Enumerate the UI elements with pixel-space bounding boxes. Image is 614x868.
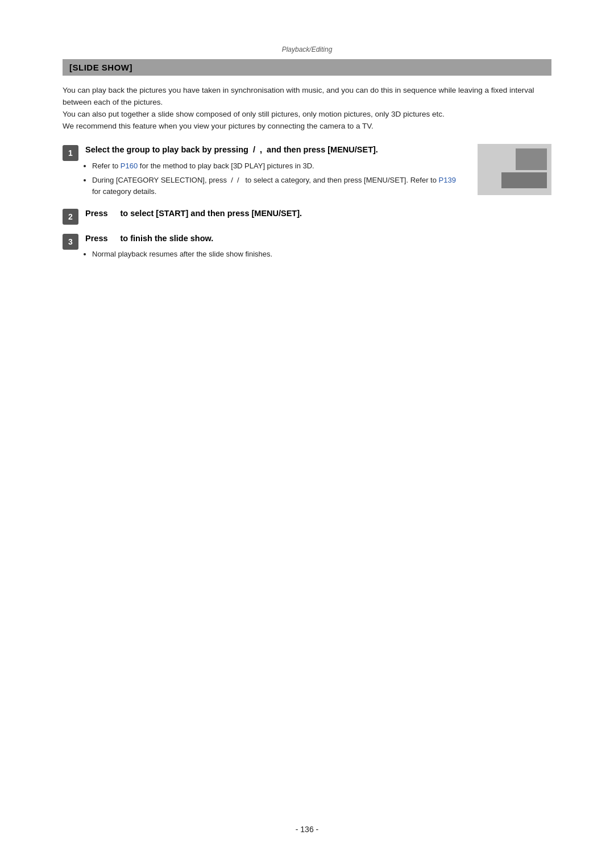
step-1-bullets: Refer to P160 for the method to play bac… <box>85 160 466 197</box>
step-2-title: Pressto select [START] and then press [M… <box>85 208 551 220</box>
step-3-action: to finish the slide show. <box>121 234 214 243</box>
step-1-badge: 1 <box>63 145 78 161</box>
intro-text: You can play back the pictures you have … <box>63 85 551 133</box>
intro-para-1: You can play back the pictures you have … <box>63 86 534 106</box>
step-3-content: Pressto finish the slide show. Normal pl… <box>85 233 551 262</box>
step-1-image-inner <box>478 144 551 195</box>
section-header-text: [SLIDE SHOW] <box>69 63 132 72</box>
step-1-content: Select the group to play back by pressin… <box>85 144 551 200</box>
step-3-press: Press <box>85 234 108 243</box>
page-container: Playback/Editing [SLIDE SHOW] You can pl… <box>0 0 614 868</box>
step-3-bullet-1: Normal playback resumes after the slide … <box>92 249 551 260</box>
step-1: 1 Select the group to play back by press… <box>63 144 551 200</box>
intro-para-3: We recommend this feature when you view … <box>63 122 374 130</box>
img-block-bottom <box>501 172 547 188</box>
step-2-content: Pressto select [START] and then press [M… <box>85 208 551 220</box>
step-1-bullet-2: During [CATEGORY SELECTION], press / / t… <box>92 175 466 197</box>
step-3: 3 Pressto finish the slide show. Normal … <box>63 233 551 262</box>
step-3-badge: 3 <box>63 234 78 250</box>
section-header: [SLIDE SHOW] <box>63 59 551 76</box>
step-2-action: to select [START] and then press [MENU/S… <box>121 209 302 218</box>
step-1-image <box>478 144 551 195</box>
step-3-bullets: Normal playback resumes after the slide … <box>85 249 551 260</box>
link-p139[interactable]: P139 <box>439 176 456 184</box>
step-1-title: Select the group to play back by pressin… <box>85 144 466 156</box>
step-3-title: Pressto finish the slide show. <box>85 233 551 245</box>
step-2-badge: 2 <box>63 209 78 225</box>
step-2-press: Press <box>85 209 108 218</box>
link-p160[interactable]: P160 <box>121 162 138 170</box>
page-number: - 136 - <box>296 825 318 834</box>
step-1-bullet-1: Refer to P160 for the method to play bac… <box>92 160 466 172</box>
section-label: Playback/Editing <box>63 46 551 53</box>
intro-para-2: You can also put together a slide show c… <box>63 110 445 118</box>
step-2: 2 Pressto select [START] and then press … <box>63 208 551 225</box>
img-block-top <box>516 148 547 170</box>
